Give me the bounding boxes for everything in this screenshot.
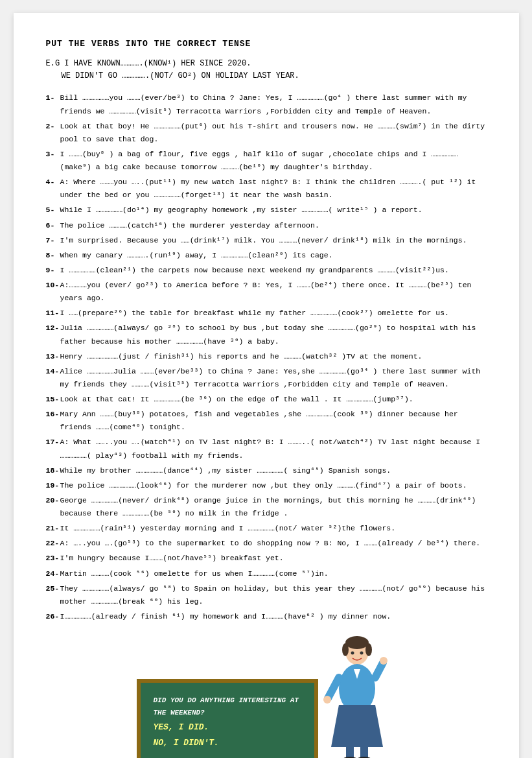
item-number: 21- [46,522,60,535]
item-number: 9- [46,264,60,277]
item-number: 19- [46,479,60,492]
item-number: 5- [46,204,60,217]
exercise-item: 17-A: What ……..you ….(watch⁴¹) on TV las… [46,436,487,462]
svg-point-2 [342,643,349,656]
item-text: A: What ……..you ….(watch⁴¹) on TV last n… [60,436,487,462]
item-text: I ………(buy⁸ ) a bag of flour, five eggs ,… [60,148,487,174]
teacher-svg [321,634,393,758]
exercise-item: 23-I'm hungry because I………(not/have⁵⁵) b… [46,552,487,565]
chalkboard-yes: YES, I DID. [154,720,301,735]
exercise-item: 18-While my brother ………………(dance⁴⁴) ,my … [46,464,487,477]
item-text: A: Where ………you …..(put¹¹) my new watch … [60,176,487,202]
svg-point-9 [380,657,387,665]
exercise-content: 1-Bill ………………you ………(ever/be³) to China … [46,91,487,623]
worksheet-title: PUT THE VERBS INTO THE CORRECT TENSE [46,39,487,49]
item-number: 6- [46,219,60,232]
exercise-item: 4-A: Where ………you …..(put¹¹) my new watc… [46,176,487,202]
item-number: 25- [46,582,60,595]
item-number: 16- [46,408,60,421]
exercise-item: 6-The police …………(catch¹⁶) the murderer … [46,219,487,232]
item-text: Look at that boy! He ………………(put⁶) out hi… [60,120,487,146]
exercise-item: 14-Alice ………………Julia ………(ever/be³³) to C… [46,365,487,391]
svg-rect-12 [346,745,354,758]
worksheet-page: PUT THE VERBS INTO THE CORRECT TENSE E.G… [14,13,519,758]
exercise-item: 3-I ………(buy⁸ ) a bag of flour, five eggs… [46,148,487,174]
exercise-item: 21-It ………………(rain⁵¹) yesterday morning a… [46,522,487,535]
item-text: Julia ………………(always/ go ²⁸) to school by… [60,322,487,348]
item-text: I………………(already / finish ⁶¹) my homework… [60,610,487,623]
item-text: It ………………(rain⁵¹) yesterday morning and … [60,522,487,535]
exercise-item: 25-They ………………(always/ go ⁵⁸) to Spain o… [46,582,487,608]
item-number: 4- [46,176,60,189]
item-number: 1- [46,91,60,104]
item-text: Look at that cat! It ………………(be ³⁶) on th… [60,393,487,406]
item-text: While my brother ………………(dance⁴⁴) ,my sis… [60,464,487,477]
exercise-item: 9-I ………………(clean²¹) the carpets now beca… [46,264,487,277]
exercise-item: 16-Mary Ann ………(buy³⁸) potatoes, fish an… [46,408,487,434]
item-number: 24- [46,567,60,580]
item-text: A: …..you ….(go⁵³) to the supermarket to… [60,537,487,550]
item-text: A:…………you (ever/ go²³) to America before… [60,279,487,305]
item-number: 14- [46,365,60,378]
item-text: I'm surprised. Because you ……(drink¹⁷) m… [60,234,487,247]
svg-point-1 [345,636,369,649]
exercise-item: 22-A: …..you ….(go⁵³) to the supermarket… [46,537,487,550]
item-number: 20- [46,494,60,507]
item-number: 11- [46,307,60,320]
item-number: 3- [46,148,60,161]
exercise-item: 8-When my canary ………….(run¹⁹) away, I ……… [46,249,487,262]
item-number: 26- [46,610,60,623]
example-block: E.G I HAVE KNOWN………….(KNOW¹) HER SINCE 2… [46,58,487,82]
exercise-item: 2-Look at that boy! He ………………(put⁶) out … [46,120,487,146]
example-line2: WE DIDN'T GO …………….(NOT/ GO²) ON HOLIDAY… [46,70,487,82]
chalkboard: DID YOU DO ANYTHING INTERESTING AT THE W… [137,679,318,758]
item-text: Henry …………………(just / finish³¹) his repor… [60,350,487,363]
item-text: They ………………(always/ go ⁵⁸) to Spain on h… [60,582,487,608]
item-number: 15- [46,393,60,406]
exercise-item: 15-Look at that cat! It ………………(be ³⁶) on… [46,393,487,406]
svg-point-3 [365,643,372,656]
image-section: DID YOU DO ANYTHING INTERESTING AT THE W… [46,634,487,758]
exercise-item: 10-A:…………you (ever/ go²³) to America bef… [46,279,487,305]
exercise-item: 24-Martin …………(cook ⁵⁶) omelette for us … [46,567,487,580]
svg-line-8 [375,663,383,678]
exercise-item: 5-While I ………………(do¹⁴) my geography home… [46,204,487,217]
exercise-item: 13-Henry …………………(just / finish³¹) his re… [46,350,487,363]
item-text: I'm hungry because I………(not/have⁵⁵) brea… [60,552,487,565]
item-text: Martin …………(cook ⁵⁶) omelette for us whe… [60,567,487,580]
item-number: 12- [46,322,60,335]
item-number: 8- [46,249,60,262]
item-number: 22- [46,537,60,550]
item-text: George ………………(never/ drink⁴⁸) orange jui… [60,494,487,520]
item-number: 23- [46,552,60,565]
svg-rect-13 [360,745,368,758]
item-text: While I ………………(do¹⁴) my geography homewo… [60,204,487,217]
item-text: I ………………(clean²¹) the carpets now becaus… [60,264,487,277]
exercise-item: 12-Julia ………………(always/ go ²⁸) to school… [46,322,487,348]
chalkboard-question: DID YOU DO ANYTHING INTERESTING AT THE W… [154,694,301,720]
chalkboard-no: NO, I DIDN'T. [154,735,301,750]
svg-point-17 [360,652,363,655]
item-number: 17- [46,436,60,449]
exercise-item: 11-I ……(prepare²⁶) the table for breakfa… [46,307,487,320]
teacher-figure [318,634,396,758]
exercise-item: 1-Bill ………………you ………(ever/be³) to China … [46,91,487,117]
svg-point-16 [351,652,354,655]
svg-point-10 [323,696,331,704]
item-text: The police ………………(look⁴⁶) for the murder… [60,479,487,492]
item-text: Alice ………………Julia ………(ever/be³³) to Chin… [60,365,487,391]
svg-marker-11 [331,705,383,747]
item-number: 13- [46,350,60,363]
example-line1: E.G I HAVE KNOWN………….(KNOW¹) HER SINCE 2… [46,58,487,70]
item-text: I ……(prepare²⁶) the table for breakfast … [60,307,487,320]
item-text: Bill ………………you ………(ever/be³) to China ? … [60,91,487,117]
item-number: 18- [46,464,60,477]
item-text: Mary Ann ………(buy³⁸) potatoes, fish and v… [60,408,487,434]
exercise-item: 7-I'm surprised. Because you ……(drink¹⁷)… [46,234,487,247]
exercise-item: 20-George ………………(never/ drink⁴⁸) orange … [46,494,487,520]
exercise-item: 26-I………………(already / finish ⁶¹) my homew… [46,610,487,623]
item-number: 7- [46,234,60,247]
item-text: When my canary ………….(run¹⁹) away, I …………… [60,249,487,262]
item-number: 2- [46,120,60,133]
item-text: The police …………(catch¹⁶) the murderer ye… [60,219,487,232]
